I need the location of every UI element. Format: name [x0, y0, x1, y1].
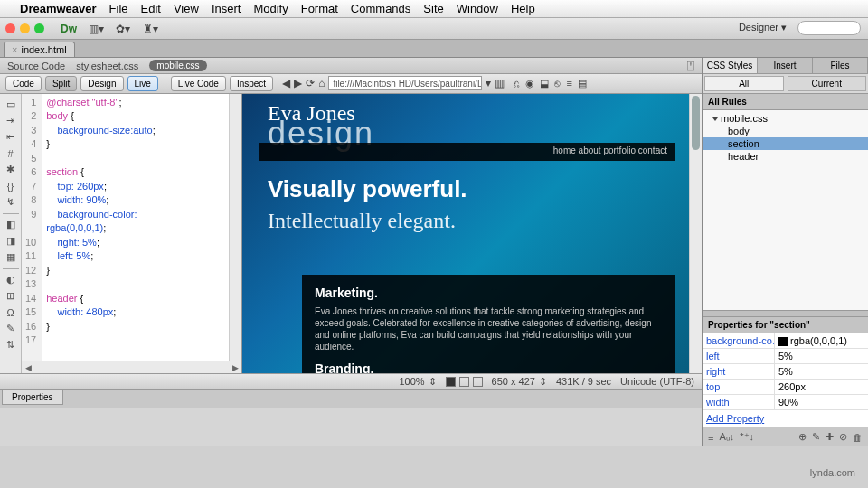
- zoom-level[interactable]: 100%: [399, 376, 424, 387]
- collapse-icon[interactable]: ⇥: [4, 114, 18, 128]
- all-mode-button[interactable]: All: [704, 76, 784, 91]
- search-input[interactable]: [797, 21, 861, 35]
- expand-icon[interactable]: ⇤: [4, 130, 18, 145]
- prop-val[interactable]: 5%: [775, 364, 868, 379]
- rule-node-body[interactable]: body: [703, 125, 868, 137]
- menu-view[interactable]: View: [174, 2, 199, 15]
- recent-icon[interactable]: ◐: [4, 273, 18, 287]
- css-property-grid[interactable]: background-co…rgba(0,0,0,1) left5% right…: [703, 333, 868, 427]
- design-view-button[interactable]: Design: [80, 76, 123, 91]
- zoom-updown-icon[interactable]: ⇕: [429, 376, 437, 388]
- workspace-switcher[interactable]: Designer ▾: [739, 22, 787, 33]
- menu-commands[interactable]: Commands: [351, 2, 410, 15]
- menu-format[interactable]: Format: [301, 2, 338, 15]
- files-tab[interactable]: Files: [813, 58, 868, 73]
- minimize-window-icon[interactable]: [20, 23, 30, 33]
- show-set-icon[interactable]: *⁺↓: [740, 431, 754, 443]
- close-tab-icon[interactable]: ×: [12, 44, 17, 55]
- options-icon[interactable]: ≡: [566, 78, 571, 89]
- color-swatch-icon[interactable]: [778, 337, 788, 346]
- prop-val[interactable]: 90%: [775, 395, 868, 409]
- show-category-icon[interactable]: ≡: [708, 432, 713, 443]
- show-list-icon[interactable]: Aᵤ↓: [719, 431, 734, 443]
- address-dropdown-icon[interactable]: ▾: [486, 77, 491, 89]
- current-mode-button[interactable]: Current: [788, 76, 867, 91]
- open-docs-icon[interactable]: ▭: [4, 98, 18, 112]
- refresh-icon[interactable]: ⟳: [306, 77, 315, 89]
- attach-stylesheet-icon[interactable]: ⊕: [798, 431, 807, 443]
- site-nav[interactable]: home about portfolio contact: [259, 143, 675, 161]
- select-parent-icon[interactable]: #: [4, 146, 18, 161]
- prop-val[interactable]: 260px: [775, 380, 868, 394]
- prop-key[interactable]: background-co…: [703, 333, 775, 348]
- insert-tab[interactable]: Insert: [758, 58, 813, 73]
- source-code-link[interactable]: Source Code: [7, 61, 65, 71]
- code-view-button[interactable]: Code: [5, 76, 42, 91]
- comment-icon[interactable]: ◨: [4, 234, 18, 249]
- dim-updown-icon[interactable]: ⇕: [539, 376, 547, 388]
- rule-node-file[interactable]: mobile.css: [703, 112, 868, 125]
- viewport-tablet-icon[interactable]: [459, 377, 469, 387]
- back-icon[interactable]: ◀: [282, 77, 290, 89]
- rule-node-section-selected[interactable]: section: [703, 137, 868, 150]
- forward-icon[interactable]: ▶: [294, 77, 302, 89]
- prop-key[interactable]: left: [703, 349, 775, 363]
- tool-icon-6[interactable]: ▤: [578, 78, 587, 89]
- move-icon[interactable]: ⇅: [4, 338, 18, 352]
- file-tab-index[interactable]: × index.html: [4, 42, 75, 57]
- prop-key[interactable]: top: [703, 380, 775, 394]
- extend-icon[interactable]: ✿▾: [113, 21, 133, 37]
- disclosure-icon[interactable]: [712, 117, 718, 121]
- wrap-icon[interactable]: ▦: [4, 250, 18, 265]
- viewport-phone-icon[interactable]: [446, 377, 456, 387]
- panel-splitter[interactable]: [703, 310, 868, 317]
- new-rule-icon[interactable]: ✎: [812, 431, 820, 443]
- code-editor[interactable]: 1234567891011121314151617 @charset "utf-…: [22, 94, 242, 373]
- close-window-icon[interactable]: [5, 23, 15, 33]
- live-code-button[interactable]: Live Code: [171, 76, 226, 91]
- rule-node-header[interactable]: header: [703, 150, 868, 163]
- prop-val[interactable]: 5%: [775, 349, 868, 363]
- viewport-desktop-icon[interactable]: [473, 377, 483, 387]
- menu-window[interactable]: Window: [457, 2, 498, 15]
- home-icon[interactable]: ⌂: [318, 77, 325, 89]
- filter-icon[interactable]: ⍞: [687, 59, 694, 72]
- check-icon[interactable]: ⎋: [554, 78, 561, 89]
- tool-icon-1[interactable]: ⎌: [514, 78, 520, 89]
- layout-icon[interactable]: ▥▾: [86, 21, 106, 37]
- app-name[interactable]: Dreamweaver: [20, 2, 97, 15]
- address-field[interactable]: file:///Macintosh HD/Users/paultrani/Des…: [328, 76, 482, 90]
- dimensions-readout[interactable]: 650 x 427: [492, 376, 535, 387]
- menu-modify[interactable]: Modify: [253, 2, 288, 15]
- snippet-icon[interactable]: ◧: [4, 218, 18, 232]
- prop-val[interactable]: rgba(0,0,0,1): [775, 333, 868, 348]
- indent-icon[interactable]: ⊞: [4, 289, 18, 304]
- encoding-readout[interactable]: Unicode (UTF-8): [620, 376, 694, 387]
- add-property-link[interactable]: Add Property: [703, 410, 868, 427]
- code-text[interactable]: @charset "utf-8"; body { background-size…: [42, 94, 158, 373]
- disable-icon[interactable]: ⊘: [839, 431, 847, 443]
- edit-rule-icon[interactable]: ✚: [826, 431, 834, 443]
- css-styles-tab[interactable]: CSS Styles: [703, 58, 758, 73]
- menu-insert[interactable]: Insert: [212, 2, 241, 15]
- properties-tab[interactable]: Properties: [2, 390, 63, 405]
- globe-icon[interactable]: ◉: [525, 78, 534, 89]
- balance-icon[interactable]: ✱: [4, 163, 18, 177]
- menu-site[interactable]: Site: [423, 2, 443, 15]
- outdent-icon[interactable]: Ω: [4, 305, 18, 320]
- related-file-mobile-active[interactable]: mobile.css: [149, 60, 206, 71]
- highlight-icon[interactable]: ↯: [4, 195, 18, 210]
- preview-scrollbar[interactable]: [689, 94, 702, 373]
- prop-key[interactable]: right: [703, 364, 775, 379]
- menu-file[interactable]: File: [109, 2, 128, 15]
- code-vertical-scrollbar[interactable]: [229, 94, 241, 361]
- prop-key[interactable]: width: [703, 395, 775, 409]
- zoom-window-icon[interactable]: [34, 23, 44, 33]
- menu-help[interactable]: Help: [511, 2, 535, 15]
- browse-icon[interactable]: ▥: [495, 77, 505, 89]
- split-view-button[interactable]: Split: [45, 76, 77, 91]
- rules-tree[interactable]: mobile.css body section header: [703, 110, 868, 310]
- line-numbers-icon[interactable]: {}: [4, 179, 18, 193]
- trash-icon[interactable]: 🗑: [853, 432, 863, 443]
- format-icon[interactable]: ✎: [4, 322, 18, 336]
